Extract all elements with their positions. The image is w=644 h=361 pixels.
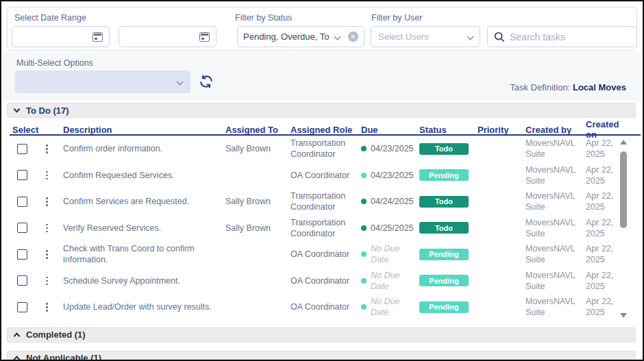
todo-table: Select Description Assigned To Assigned … xyxy=(1,118,643,321)
status-cell: Todo xyxy=(417,141,475,157)
row-menu-icon[interactable] xyxy=(44,301,50,314)
assigned-to xyxy=(223,252,288,256)
toolbar: Multi-Select Options Task Definition: Lo… xyxy=(3,52,641,101)
status-cell: Pending xyxy=(417,273,475,288)
table-row: Confirm Requested Services. OA Coordinat… xyxy=(10,162,643,189)
status-cell: Todo xyxy=(417,220,475,236)
task-definition-label: Task Definition: xyxy=(510,82,570,92)
status-filter-label: Filter by Status xyxy=(235,13,292,23)
col-header-due: Due xyxy=(358,125,417,135)
row-checkbox[interactable] xyxy=(17,275,27,286)
row-select-cell xyxy=(10,246,60,263)
status-badge: Pending xyxy=(419,275,469,286)
task-description: Verify Reserved Services. xyxy=(60,221,223,236)
multi-select-label: Multi-Select Options xyxy=(16,58,93,68)
due-cell: No Due Date xyxy=(358,268,417,295)
row-checkbox[interactable] xyxy=(17,144,27,154)
status-badge: Todo xyxy=(419,143,469,155)
date-from-input[interactable] xyxy=(12,26,110,47)
scrollbar-thumb[interactable] xyxy=(620,151,627,228)
scroll-up-icon[interactable] xyxy=(620,140,627,145)
due-date: 04/23/2025 xyxy=(371,170,414,181)
chevron-down-icon xyxy=(14,106,21,113)
priority xyxy=(475,226,523,230)
created-by: MoversNAVL Suite xyxy=(523,162,583,189)
status-filter-dropdown[interactable]: Pending, Overdue, To... ✕ xyxy=(237,26,364,47)
row-select-cell xyxy=(10,140,60,158)
assigned-to: Sally Brown xyxy=(223,221,288,236)
due-date: No Due Date xyxy=(371,296,412,319)
refresh-button[interactable] xyxy=(199,74,215,90)
table-header-row: Select Description Assigned To Assigned … xyxy=(10,119,641,136)
due-date: 04/23/2025 xyxy=(371,143,414,154)
user-filter-placeholder: Select Users xyxy=(378,32,429,42)
due-cell: 04/23/2025 xyxy=(358,168,417,183)
assigned-role: Transportation Coordinator xyxy=(288,215,358,242)
date-to-input[interactable] xyxy=(119,26,216,47)
filter-bar: Select Date Range Filter by Status Filte… xyxy=(7,7,637,51)
due-date: No Due Date xyxy=(371,270,412,292)
row-checkbox[interactable] xyxy=(17,197,27,207)
search-box[interactable] xyxy=(487,26,637,47)
table-row: Update Lead/Order with survey results. O… xyxy=(10,294,643,321)
created-by: MoversNAVL Suite xyxy=(523,241,583,268)
task-description: Confirm Services are Requested. xyxy=(60,194,223,209)
table-scrollbar[interactable] xyxy=(619,140,628,318)
task-definition: Task Definition: Local Moves xyxy=(510,82,626,92)
chevron-down-icon xyxy=(334,34,341,40)
row-checkbox[interactable] xyxy=(17,249,27,260)
section-completed-title: Completed (1) xyxy=(26,329,86,340)
chevron-up-icon xyxy=(14,356,21,361)
row-checkbox[interactable] xyxy=(17,170,27,180)
priority xyxy=(475,147,523,151)
due-status-dot-icon xyxy=(361,146,367,151)
search-input[interactable] xyxy=(510,32,631,42)
row-menu-icon[interactable] xyxy=(44,142,50,155)
due-status-dot-icon xyxy=(361,173,367,178)
tasks-page: Select Date Range Filter by Status Filte… xyxy=(0,0,644,361)
section-not-applicable-header[interactable]: Not Applicable (1) xyxy=(7,351,636,361)
due-cell: 04/25/2025 xyxy=(358,221,417,236)
assigned-to: Sally Brown xyxy=(223,141,288,156)
col-header-assigned-role: Assigned Role xyxy=(288,125,358,135)
row-menu-icon[interactable] xyxy=(44,248,50,261)
section-todo-header[interactable]: To Do (17) xyxy=(7,103,636,118)
table-row: Check with Trans Coord to confirm inform… xyxy=(10,241,643,268)
due-status-dot-icon xyxy=(361,278,367,284)
row-checkbox[interactable] xyxy=(17,302,27,312)
user-filter-dropdown[interactable]: Select Users xyxy=(371,26,480,47)
calendar-icon[interactable] xyxy=(92,32,103,42)
row-select-cell xyxy=(10,220,60,237)
assigned-to: Sally Brown xyxy=(223,194,288,209)
task-definition-value: Local Moves xyxy=(573,82,626,92)
task-description: Check with Trans Coord to confirm inform… xyxy=(60,241,223,268)
row-select-cell xyxy=(10,299,60,316)
row-menu-icon[interactable] xyxy=(44,222,50,235)
row-menu-icon[interactable] xyxy=(44,169,50,182)
assigned-role: OA Coordinator xyxy=(288,273,358,288)
status-badge: Todo xyxy=(419,196,469,208)
chevron-down-icon xyxy=(467,34,474,40)
status-badge: Pending xyxy=(419,301,469,313)
due-cell: 04/24/2025 xyxy=(358,194,417,209)
row-menu-icon[interactable] xyxy=(44,275,50,288)
created-by: MoversNAVL Suite xyxy=(523,294,583,321)
multi-select-dropdown[interactable] xyxy=(15,71,190,93)
task-description: Confirm Requested Services. xyxy=(60,168,223,183)
due-cell: 04/23/2025 xyxy=(358,141,417,156)
section-todo-title: To Do (17) xyxy=(26,105,69,116)
col-header-assigned-to: Assigned To xyxy=(223,125,288,135)
calendar-icon[interactable] xyxy=(199,32,210,42)
assigned-role: Transportation Coordinator xyxy=(288,188,358,215)
col-header-status: Status xyxy=(417,125,475,135)
row-menu-icon[interactable] xyxy=(44,195,50,208)
row-checkbox[interactable] xyxy=(17,223,27,233)
priority xyxy=(475,279,523,283)
col-header-select: Select xyxy=(10,125,60,135)
scroll-down-icon[interactable] xyxy=(620,313,627,318)
due-status-dot-icon xyxy=(361,251,367,257)
due-cell: No Due Date xyxy=(358,241,417,268)
clear-status-filter-icon[interactable]: ✕ xyxy=(348,32,358,42)
section-completed-header[interactable]: Completed (1) xyxy=(7,327,636,343)
task-description: Confirm order information. xyxy=(60,141,223,156)
